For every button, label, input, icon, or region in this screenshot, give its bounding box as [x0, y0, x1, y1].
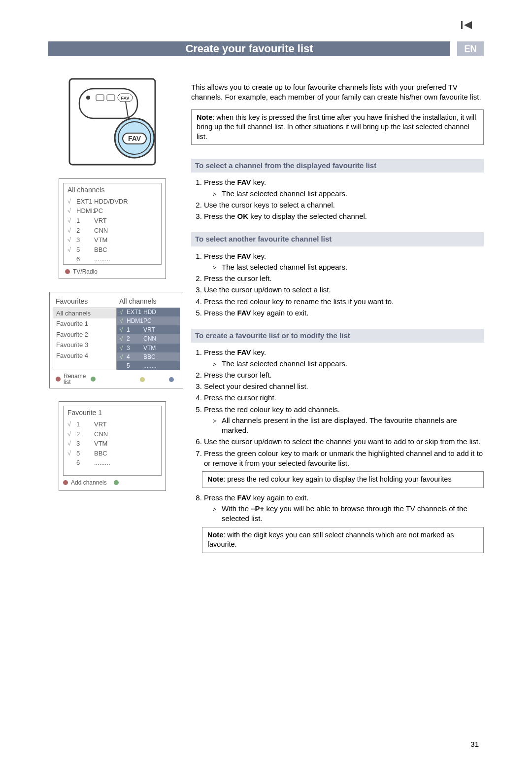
section-heading: To create a favourite list or to modify … [191, 329, 484, 343]
section-heading: To select another favourite channel list [191, 232, 484, 246]
page-number: 31 [470, 739, 479, 749]
panel-title: Favourite 1 [64, 406, 161, 419]
fav-left-header: Favourites [53, 295, 116, 308]
svg-text:FAV: FAV [128, 135, 141, 142]
green-dot-icon [91, 377, 96, 382]
green-dot-icon [114, 480, 119, 485]
svg-rect-3 [79, 89, 137, 118]
note-box: Note: with the digit keys you can still … [202, 527, 484, 553]
steps-list: Press the FAV key. The last selected cha… [191, 177, 484, 221]
prev-track-icon [461, 21, 474, 30]
svg-rect-6 [107, 95, 115, 101]
language-badge: EN [457, 41, 484, 56]
fav-list-item: Favourite 1 [53, 318, 116, 329]
section-heading: To select a channel from the displayed f… [191, 159, 484, 173]
steps-list: Press the FAV key. The last selected cha… [191, 251, 484, 318]
page-title: Create your favourite list [48, 41, 450, 56]
fav-list-item: Favourite 3 [53, 340, 116, 350]
svg-rect-5 [96, 95, 104, 101]
blue-dot-icon [169, 377, 174, 382]
svg-marker-1 [464, 21, 472, 29]
add-channels-label: Add channels [71, 479, 107, 487]
red-dot-icon [63, 480, 68, 485]
red-dot-icon [65, 269, 70, 274]
panel-favourite-1: Favourite 1 √1VRT √2CNN √3VTM √5BBC 6...… [59, 401, 166, 491]
svg-rect-0 [461, 21, 463, 29]
intro-text: This allows you to create up to four fav… [191, 82, 484, 103]
svg-text:FAV: FAV [121, 96, 130, 101]
fav-list-item: All channels [53, 308, 116, 319]
steps-list: Press the FAV key again to exit. With th… [191, 493, 484, 524]
panel-all-channels: All channels √EXT1HDD/DVDR √HDMI1PC √1VR… [59, 178, 166, 279]
panel-title: All channels [64, 183, 161, 197]
rename-list-label: Renamelist [64, 373, 86, 385]
panel-footer-label: TV/Radio [73, 268, 98, 276]
red-dot-icon [56, 377, 61, 382]
steps-list: Press the FAV key. The last selected cha… [191, 348, 484, 468]
yellow-dot-icon [140, 377, 145, 382]
panel-favourites: Favourites All channels All channels Fav… [49, 292, 183, 388]
fav-right-header: All channels [116, 295, 180, 308]
remote-illustration: FAV FAV [66, 75, 159, 169]
fav-list-item: Favourite 4 [53, 350, 116, 361]
note-box: Note: when this key is pressed the first… [191, 109, 484, 145]
note-box: Note: press the red colour key again to … [202, 471, 484, 488]
fav-list-item: Favourite 2 [53, 329, 116, 340]
svg-point-4 [86, 96, 90, 100]
